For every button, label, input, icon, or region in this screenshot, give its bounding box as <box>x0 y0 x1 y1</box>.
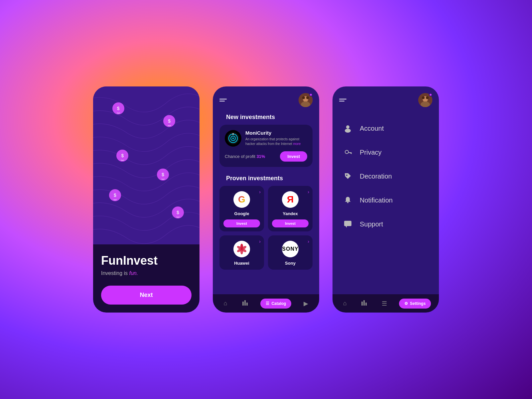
settings-hamburger-menu[interactable] <box>339 99 346 101</box>
decorative-top: $ ‿ $ ‿ $ ‿ $ ‿ $ ‿ $ ‿ <box>93 86 200 244</box>
settings-icon: ⚙ <box>404 301 408 306</box>
more-link[interactable]: more <box>293 142 301 146</box>
hamburger-line-1 <box>219 99 227 99</box>
settings-button[interactable]: ⚙ Settings <box>399 299 431 309</box>
coin-1: $ ‿ <box>112 102 124 114</box>
coin-5: $ ‿ <box>109 189 121 201</box>
settings-screen: Account Privacy Decoration <box>332 86 439 313</box>
hamburger-menu[interactable] <box>219 99 227 101</box>
app-subtitle: Investing is fun. <box>101 270 192 276</box>
settings-header <box>332 86 439 110</box>
menu-item-privacy[interactable]: Privacy <box>336 141 436 164</box>
sony-card: › SONY Sony <box>268 235 313 270</box>
main-scroll-content[interactable]: New investments MoniCurity <box>213 110 319 294</box>
settings-label: Settings <box>410 301 426 306</box>
settings-menu-nav-icon[interactable]: ☰ <box>379 299 390 309</box>
main-header <box>213 86 319 110</box>
sony-name: Sony <box>285 261 296 266</box>
support-label: Support <box>360 220 383 228</box>
yandex-name: Yandex <box>283 211 298 216</box>
home-nav-icon[interactable]: ⌂ <box>221 299 230 308</box>
decoration-label: Decoration <box>360 173 392 180</box>
svg-point-25 <box>345 129 351 133</box>
new-investment-card: MoniCurity An organization that protects… <box>219 125 313 167</box>
person-icon <box>342 123 353 134</box>
svg-rect-36 <box>365 303 367 306</box>
sony-logo: SONY <box>282 241 299 257</box>
menu-item-decoration[interactable]: Decoration <box>336 165 436 188</box>
app-title: FunInvest <box>101 254 192 268</box>
wavy-lines-decoration <box>93 86 200 244</box>
svg-rect-34 <box>361 302 363 306</box>
monicurity-logo <box>225 130 241 147</box>
catalog-button[interactable]: ☰ Catalog <box>260 299 291 309</box>
svg-rect-35 <box>363 300 365 306</box>
chat-icon <box>342 219 353 229</box>
settings-user-avatar-wrap[interactable] <box>418 93 432 107</box>
svg-point-4 <box>306 96 309 99</box>
yandex-logo: Я <box>282 191 299 208</box>
yandex-chevron[interactable]: › <box>308 189 309 195</box>
chart-nav-icon[interactable] <box>239 298 251 309</box>
google-name: Google <box>234 211 249 216</box>
settings-avatar-dot <box>429 93 432 96</box>
bell-icon <box>342 195 353 205</box>
privacy-label: Privacy <box>360 149 382 156</box>
investment-card-header: MoniCurity An organization that protects… <box>225 130 307 147</box>
main-screen: New investments MoniCurity <box>213 86 319 313</box>
hamburger-line-1 <box>339 99 346 99</box>
proven-investments-title: Proven investments <box>219 172 313 186</box>
settings-chart-nav-icon[interactable] <box>358 298 370 309</box>
svg-point-9 <box>232 133 234 135</box>
catalog-label: Catalog <box>271 301 286 306</box>
svg-point-3 <box>302 96 305 99</box>
google-card: › G Google Invest <box>219 186 264 231</box>
company-name: MoniCurity <box>245 130 307 136</box>
proven-investments-grid: › G Google Invest › Я Yandex Invest › <box>219 186 313 270</box>
hamburger-line-2 <box>339 101 344 101</box>
huawei-name: Huawei <box>234 261 249 266</box>
huawei-logo <box>233 241 250 257</box>
google-invest-button[interactable]: Invest <box>223 219 260 227</box>
svg-point-23 <box>426 96 429 99</box>
sony-chevron[interactable]: › <box>308 239 309 244</box>
new-investments-title: New investments <box>219 110 313 125</box>
svg-point-24 <box>346 125 349 129</box>
company-description: An organization that protects against ha… <box>245 137 307 146</box>
account-label: Account <box>360 125 384 132</box>
svg-rect-32 <box>344 221 351 226</box>
svg-rect-16 <box>242 302 244 306</box>
onboarding-screen: $ ‿ $ ‿ $ ‿ $ ‿ $ ‿ $ ‿ FunInvest Invest… <box>93 86 200 313</box>
avatar-notification-dot <box>309 93 313 96</box>
svg-rect-18 <box>246 303 248 306</box>
coin-2: $ ‿ <box>163 115 175 127</box>
key-icon <box>342 147 353 158</box>
monicurity-invest-button[interactable]: Invest <box>280 151 307 162</box>
google-chevron[interactable]: › <box>259 189 261 195</box>
yandex-invest-button[interactable]: Invest <box>272 219 309 227</box>
huawei-card: › Huawei <box>219 235 264 270</box>
monicurity-info: MoniCurity An organization that protects… <box>245 130 307 146</box>
tag-icon <box>342 171 353 182</box>
notification-label: Notification <box>360 197 393 204</box>
yandex-card: › Я Yandex Invest <box>268 186 313 231</box>
menu-item-account[interactable]: Account <box>336 117 436 140</box>
user-avatar-wrap[interactable] <box>299 93 313 107</box>
menu-item-support[interactable]: Support <box>336 213 436 235</box>
catalog-icon: ☰ <box>266 301 269 306</box>
menu-item-notification[interactable]: Notification <box>336 189 436 211</box>
main-bottom-nav: ⌂ ☰ Catalog ▶ <box>213 294 319 313</box>
svg-marker-33 <box>345 226 347 228</box>
onboarding-bottom-panel: FunInvest Investing is fun. Next <box>93 244 200 313</box>
google-logo: G <box>233 191 250 208</box>
settings-menu-list: Account Privacy Decoration <box>332 110 439 294</box>
svg-point-22 <box>422 96 425 99</box>
next-button[interactable]: Next <box>101 286 192 305</box>
huawei-chevron[interactable]: › <box>259 239 261 244</box>
profit-label: Chance of profit 31% <box>225 154 265 159</box>
hamburger-line-2 <box>219 101 225 101</box>
coin-6: $ ‿ <box>172 206 184 218</box>
svg-rect-17 <box>244 300 246 306</box>
play-nav-icon[interactable]: ▶ <box>301 299 311 309</box>
settings-home-nav-icon[interactable]: ⌂ <box>340 299 349 308</box>
